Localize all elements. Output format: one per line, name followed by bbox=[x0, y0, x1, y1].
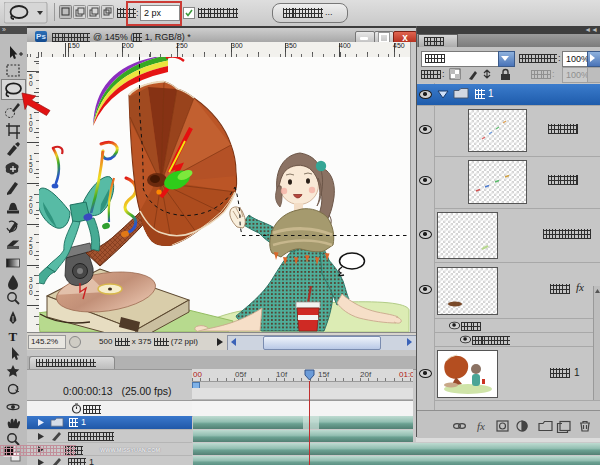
svg-text:fx: fx bbox=[477, 420, 485, 432]
svg-text:T: T bbox=[9, 329, 18, 344]
